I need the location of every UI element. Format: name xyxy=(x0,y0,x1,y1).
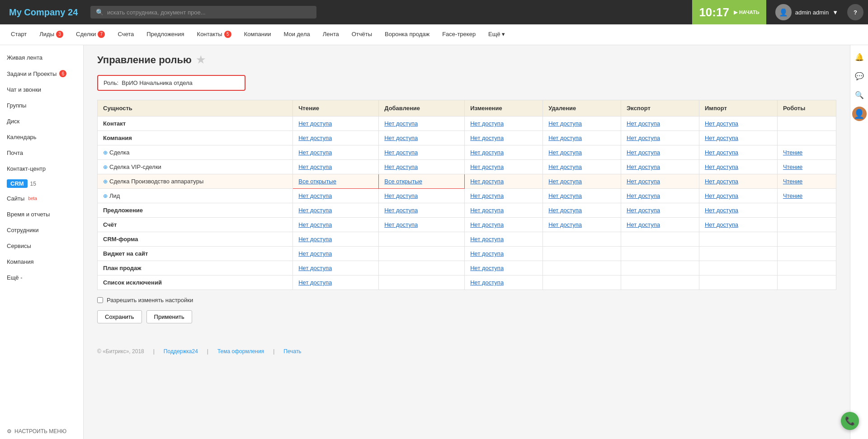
tab-more[interactable]: Ещё ▾ xyxy=(482,24,511,45)
add-cell-value[interactable]: Нет доступа xyxy=(384,149,418,156)
export-cell-value[interactable]: Нет доступа xyxy=(627,120,660,127)
import-cell-value[interactable]: Нет доступа xyxy=(705,120,738,127)
sidebar-item-crm[interactable]: CRM 15 xyxy=(0,177,83,191)
import-cell-value[interactable]: Нет доступа xyxy=(705,163,738,170)
add-cell-value[interactable]: Нет доступа xyxy=(384,221,418,228)
footer-theme[interactable]: Тема оформления xyxy=(217,348,264,355)
edit-cell-value[interactable]: Нет доступа xyxy=(470,120,504,127)
tab-feed[interactable]: Лента xyxy=(316,24,345,45)
read-cell-value[interactable]: Нет доступа xyxy=(298,250,332,257)
read-cell-value[interactable]: Нет доступа xyxy=(298,221,332,228)
sidebar-item-live-feed[interactable]: Живая лента xyxy=(0,50,83,65)
sidebar-item-more[interactable]: Ещё - xyxy=(0,270,83,285)
sidebar-item-disk[interactable]: Диск xyxy=(0,113,83,129)
import-cell-value[interactable]: Нет доступа xyxy=(705,207,738,214)
delete-cell-value[interactable]: Нет доступа xyxy=(548,163,582,170)
expand-icon[interactable]: ⊕ xyxy=(103,164,108,170)
read-cell-value[interactable]: Нет доступа xyxy=(298,279,332,286)
delete-cell-value[interactable]: Нет доступа xyxy=(548,221,582,228)
edit-cell-value[interactable]: Нет доступа xyxy=(470,149,504,156)
import-cell-value[interactable]: Нет доступа xyxy=(705,149,738,156)
export-cell-value[interactable]: Нет доступа xyxy=(627,135,660,141)
sidebar-item-company[interactable]: Компания xyxy=(0,254,83,270)
tab-deals[interactable]: Сделки 7 xyxy=(70,24,111,45)
edit-cell-value[interactable]: Нет доступа xyxy=(470,192,504,199)
expand-icon[interactable]: ⊕ xyxy=(103,193,108,199)
read-cell-value[interactable]: Нет доступа xyxy=(298,120,332,127)
sidebar-settings[interactable]: ⚙ НАСТРОИТЬ МЕНЮ xyxy=(0,424,83,439)
robots-cell-value[interactable]: Чтение xyxy=(783,192,802,199)
edit-cell-value[interactable]: Нет доступа xyxy=(470,250,504,257)
sidebar-item-groups[interactable]: Группы xyxy=(0,98,83,113)
save-button[interactable]: Сохранить xyxy=(97,310,142,323)
tab-companies[interactable]: Компании xyxy=(238,24,278,45)
user-block[interactable]: 👤 admin admin ▼ xyxy=(771,4,843,20)
edit-cell-value[interactable]: Нет доступа xyxy=(470,265,504,271)
robots-cell-value[interactable]: Чтение xyxy=(783,178,802,185)
tab-leads[interactable]: Лиды 3 xyxy=(33,24,70,45)
help-button[interactable]: ? xyxy=(847,4,863,20)
start-button[interactable]: ▶ НАЧАТЬ xyxy=(734,9,760,15)
sidebar-item-contact-center[interactable]: Контакт-центр xyxy=(0,161,83,177)
chat-icon[interactable]: 💬 xyxy=(852,69,867,83)
tab-funnel[interactable]: Воронка продаж xyxy=(378,24,436,45)
edit-cell-value[interactable]: Нет доступа xyxy=(470,221,504,228)
footer-support[interactable]: Поддержка24 xyxy=(164,348,198,355)
phone-button[interactable]: 📞 xyxy=(841,412,859,430)
edit-cell-value[interactable]: Нет доступа xyxy=(470,178,504,185)
export-cell-value[interactable]: Нет доступа xyxy=(627,163,660,170)
user-avatar-sidebar[interactable]: 👤 xyxy=(852,107,867,121)
read-cell-value[interactable]: Нет доступа xyxy=(298,192,332,199)
sidebar-item-tasks[interactable]: Задачи и Проекты 6 xyxy=(0,65,83,82)
role-name-input[interactable] xyxy=(122,79,239,86)
read-cell-value[interactable]: Нет доступа xyxy=(298,149,332,156)
robots-cell-value[interactable]: Чтение xyxy=(783,163,802,170)
add-cell-value[interactable]: Нет доступа xyxy=(384,192,418,199)
read-cell-value[interactable]: Нет доступа xyxy=(298,163,332,170)
export-cell-value[interactable]: Нет доступа xyxy=(627,192,660,199)
read-cell-value[interactable]: Нет доступа xyxy=(298,135,332,141)
add-cell-value[interactable]: Нет доступа xyxy=(384,207,418,214)
export-cell-value[interactable]: Нет доступа xyxy=(627,221,660,228)
import-cell-value[interactable]: Нет доступа xyxy=(705,192,738,199)
tab-face-tracker[interactable]: Face-трекер xyxy=(436,24,482,45)
add-cell-value[interactable]: Все открытые xyxy=(384,178,422,185)
expand-icon[interactable]: ⊕ xyxy=(103,149,108,156)
sidebar-item-mail[interactable]: Почта xyxy=(0,145,83,161)
delete-cell-value[interactable]: Нет доступа xyxy=(548,178,582,185)
export-cell-value[interactable]: Нет доступа xyxy=(627,207,660,214)
tab-proposals[interactable]: Предложения xyxy=(140,24,190,45)
import-cell-value[interactable]: Нет доступа xyxy=(705,178,738,185)
edit-cell-value[interactable]: Нет доступа xyxy=(470,279,504,286)
sidebar-item-chat[interactable]: Чат и звонки xyxy=(0,82,83,98)
delete-cell-value[interactable]: Нет доступа xyxy=(548,192,582,199)
tab-contacts[interactable]: Контакты 5 xyxy=(191,24,238,45)
delete-cell-value[interactable]: Нет доступа xyxy=(548,120,582,127)
search-bar[interactable]: 🔍 xyxy=(90,6,316,19)
expand-icon[interactable]: ⊕ xyxy=(103,178,108,185)
allow-change-settings-checkbox[interactable] xyxy=(97,297,103,303)
search-sidebar-icon[interactable]: 🔍 xyxy=(852,88,867,102)
apply-button[interactable]: Применить xyxy=(146,310,192,323)
read-cell-value[interactable]: Нет доступа xyxy=(298,207,332,214)
edit-cell-value[interactable]: Нет доступа xyxy=(470,236,504,243)
tab-my-tasks[interactable]: Мои дела xyxy=(277,24,316,45)
read-cell-value[interactable]: Все открытые xyxy=(298,178,336,185)
sidebar-item-services[interactable]: Сервисы xyxy=(0,238,83,254)
import-cell-value[interactable]: Нет доступа xyxy=(705,135,738,141)
edit-cell-value[interactable]: Нет доступа xyxy=(470,135,504,141)
tab-reports[interactable]: Отчёты xyxy=(345,24,378,45)
delete-cell-value[interactable]: Нет доступа xyxy=(548,207,582,214)
read-cell-value[interactable]: Нет доступа xyxy=(298,236,332,243)
search-input[interactable] xyxy=(107,9,311,16)
sidebar-item-sites[interactable]: Сайтыbeta xyxy=(0,191,83,206)
delete-cell-value[interactable]: Нет доступа xyxy=(548,135,582,141)
add-cell-value[interactable]: Нет доступа xyxy=(384,163,418,170)
notification-bell-icon[interactable]: 🔔 xyxy=(852,50,867,64)
tab-start[interactable]: Старт xyxy=(5,24,33,45)
export-cell-value[interactable]: Нет доступа xyxy=(627,149,660,156)
add-cell-value[interactable]: Нет доступа xyxy=(384,135,418,141)
add-cell-value[interactable]: Нет доступа xyxy=(384,120,418,127)
sidebar-item-employees[interactable]: Сотрудники xyxy=(0,222,83,238)
export-cell-value[interactable]: Нет доступа xyxy=(627,178,660,185)
